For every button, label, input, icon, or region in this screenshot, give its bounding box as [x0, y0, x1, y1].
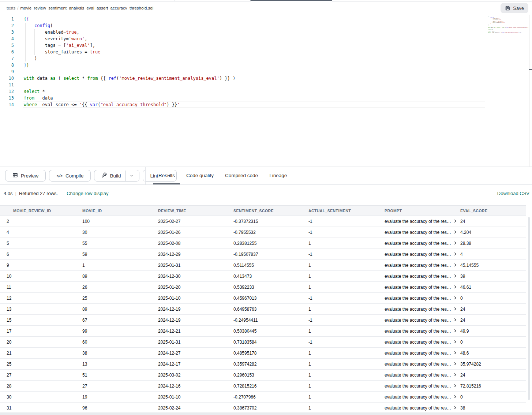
editor-scrollbar-marker[interactable] — [529, 69, 532, 70]
table-cell: 1 — [82, 263, 158, 268]
table-vertical-scrollbar[interactable] — [526, 205, 532, 412]
code-line[interactable]: 5 tags = ['ai_eval'], — [0, 42, 532, 49]
prompt-expand-chevron-icon[interactable] — [454, 230, 457, 235]
prompt-expand-chevron-icon[interactable] — [454, 373, 457, 378]
table-cell: 0.64958763 — [233, 307, 308, 312]
code-lines[interactable]: 1{{2 config(3 enabled=true,4 severity='w… — [0, 15, 532, 108]
breadcrumb-separator: / — [17, 6, 18, 10]
prompt-expand-chevron-icon[interactable] — [454, 274, 457, 279]
code-line[interactable]: where eval_score <= '{{ var("eval_accura… — [487, 32, 528, 33]
code-line[interactable]: 11 — [0, 82, 532, 88]
prompt-cell: evaluate the accuracy of the res… — [385, 395, 460, 400]
prompt-expand-chevron-icon[interactable] — [454, 296, 457, 301]
column-header: ACTUAL_SENTIMENT — [308, 209, 385, 213]
code-line[interactable]: with data as ( select * from {{ ref('mov… — [487, 27, 528, 28]
code-line[interactable]: 3 enabled=true, — [0, 29, 532, 35]
code-line[interactable]: 7 ) — [0, 55, 532, 62]
prompt-expand-chevron-icon[interactable] — [454, 351, 457, 356]
prompt-expand-chevron-icon[interactable] — [454, 285, 457, 290]
table-row: 11262025-01-200.53922331evaluate the acc… — [0, 282, 526, 293]
build-dropdown-button[interactable] — [125, 171, 137, 181]
prompt-expand-chevron-icon[interactable] — [454, 318, 457, 323]
table-row: 21002025-02-27-0.37372315-1evaluate the … — [0, 216, 526, 227]
prompt-expand-chevron-icon[interactable] — [454, 329, 457, 334]
scrollbar-thumb[interactable] — [528, 217, 530, 400]
file-header-bar: tests/movie_review_sentiment_analysis_ev… — [0, 1, 532, 15]
table-row: 10892024-12-300.4134731evaluate the accu… — [0, 271, 526, 282]
table-cell: 1 — [308, 307, 385, 312]
tab-code-quality[interactable]: Code quality — [181, 167, 219, 184]
code-line[interactable]: 10with data as ( select * from {{ ref('m… — [0, 75, 532, 82]
table-cell: 6 — [7, 252, 82, 257]
table-cell: 0.28381255 — [233, 241, 308, 246]
download-csv-link[interactable]: Download CSV — [497, 191, 529, 196]
code-line[interactable]: 9 — [0, 68, 532, 75]
prompt-expand-chevron-icon[interactable] — [454, 241, 457, 246]
compile-button[interactable]: </> Compile — [49, 170, 91, 182]
table-cell: 2025-01-31 — [158, 263, 233, 268]
change-row-display-link[interactable]: Change row display — [67, 191, 108, 196]
table-cell: 2024-12-19 — [158, 318, 233, 323]
compile-button-label: Compile — [65, 173, 84, 179]
table-cell: 0.48595178 — [233, 351, 308, 356]
table-cell: -0.7955532 — [233, 230, 308, 235]
table-cell: 0.5392233 — [233, 285, 308, 290]
table-cell: 20 — [7, 340, 82, 345]
table-cell: 0.50380445 — [233, 329, 308, 334]
table-cell: 0.35974282 — [233, 362, 308, 367]
prompt-expand-chevron-icon[interactable] — [454, 307, 457, 312]
prompt-expand-chevron-icon[interactable] — [454, 405, 457, 411]
wrench-icon — [101, 172, 107, 179]
tab-results[interactable]: Results — [153, 167, 180, 184]
table-row: 6592024-12-29-0.19507837-1evaluate the a… — [0, 249, 526, 260]
tab-compiled-code[interactable]: Compiled code — [220, 167, 263, 184]
code-line[interactable]: 2 config( — [0, 22, 532, 29]
table-cell: 27 — [7, 373, 82, 378]
prompt-expand-chevron-icon[interactable] — [454, 219, 457, 224]
prompt-expand-chevron-icon[interactable] — [454, 340, 457, 345]
table-cell: 51 — [82, 373, 158, 378]
breadcrumb-folder[interactable]: tests — [7, 6, 15, 10]
results-tabs: ResultsCode qualityCompiled codeLineage — [153, 167, 293, 184]
code-line[interactable]: 4 severity='warn', — [0, 35, 532, 42]
save-button[interactable]: Save — [501, 3, 528, 13]
prompt-cell: evaluate the accuracy of the res… — [385, 219, 460, 224]
code-line[interactable]: 8}} — [0, 62, 532, 68]
prompt-expand-chevron-icon[interactable] — [454, 395, 457, 400]
build-split-button: Build — [94, 170, 139, 182]
tab-lineage[interactable]: Lineage — [264, 167, 292, 184]
code-line[interactable]: 13from data — [0, 95, 532, 101]
prompt-expand-chevron-icon[interactable] — [454, 252, 457, 257]
table-cell: 2025-03-02 — [158, 373, 233, 378]
table-row: 17992024-12-210.503804451evaluate the ac… — [0, 326, 526, 337]
table-cell: 59 — [82, 252, 158, 257]
table-row: 5552025-02-080.283812551evaluate the acc… — [0, 238, 526, 249]
build-button[interactable]: Build — [97, 171, 125, 181]
code-line[interactable]: 1{{ — [0, 16, 532, 22]
code-line[interactable]: 6 store_failures = true — [0, 49, 532, 55]
minimap[interactable]: {{ config( enabled=true, severity='warn'… — [487, 16, 528, 33]
table-cell: 1 — [308, 395, 385, 400]
preview-button[interactable]: Preview — [5, 170, 46, 182]
table-row: 27512025-03-020.29601531evaluate the acc… — [0, 370, 526, 381]
line-number: 10 — [0, 75, 14, 82]
prompt-cell: evaluate the accuracy of the res… — [385, 329, 460, 334]
table-horizontal-scrollbar[interactable] — [0, 412, 532, 415]
table-row: 25132024-12-170.359742821evaluate the ac… — [0, 359, 526, 370]
line-number: 8 — [0, 62, 14, 68]
code-line[interactable]: 12select * — [0, 88, 532, 95]
table-cell: 9 — [7, 263, 82, 268]
table-cell: 2025-01-31 — [158, 340, 233, 345]
table-row: 31962025-02-240.386737021evaluate the ac… — [0, 403, 526, 412]
prompt-preview-text: evaluate the accuracy of the res… — [385, 340, 451, 345]
table-cell: 28 — [7, 384, 82, 389]
prompt-expand-chevron-icon[interactable] — [454, 384, 457, 389]
chevron-down-icon — [130, 173, 134, 179]
table-cell: 27 — [82, 384, 158, 389]
code-editor[interactable]: 1{{2 config(3 enabled=true,4 severity='w… — [0, 15, 532, 167]
prompt-preview-text: evaluate the accuracy of the res… — [385, 362, 451, 367]
prompt-expand-chevron-icon[interactable] — [454, 362, 457, 367]
prompt-expand-chevron-icon[interactable] — [454, 263, 457, 268]
prompt-preview-text: evaluate the accuracy of the res… — [385, 384, 451, 389]
table-cell: 4 — [7, 230, 82, 235]
